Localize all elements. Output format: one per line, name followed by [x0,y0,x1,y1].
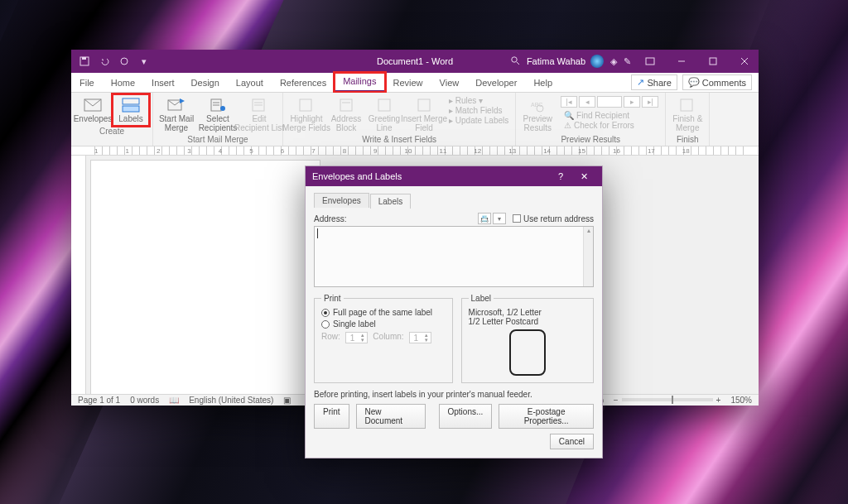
zoom-level[interactable]: 150% [730,396,752,405]
zoom-in-icon[interactable]: + [716,396,721,405]
redo-icon[interactable] [116,53,132,70]
check-errors-button: ⚠ Check for Errors [561,121,658,130]
user-name: Fatima Wahab [527,56,585,66]
rules-button: ▸ Rules ▾ [446,96,512,105]
group-preview-label: Preview Results [519,134,662,146]
insert-merge-icon [414,96,434,114]
undo-icon[interactable] [96,53,113,70]
row-field-label: Row: [321,332,340,343]
svg-point-17 [220,106,225,111]
printer-hint: Before printing, insert labels in your p… [314,390,594,399]
avatar [590,55,604,68]
address-block-button: Address Block [328,94,364,134]
preview-results-button: ABC Preview Results [519,94,556,134]
svg-point-2 [121,58,128,65]
address-dropdown-icon[interactable]: ▾ [493,213,506,224]
tab-references[interactable]: References [272,74,335,92]
zoom-out-icon[interactable]: − [614,396,619,405]
select-recipients-button[interactable]: Select Recipients [198,94,238,134]
cancel-button[interactable]: Cancel [550,434,594,449]
edit-list-icon [249,96,269,114]
labels-button[interactable]: Labels [113,94,149,126]
horizontal-ruler[interactable]: 1123456789101112131415161718 [71,146,759,156]
tab-design[interactable]: Design [183,74,228,92]
svg-point-3 [512,57,517,62]
options-button[interactable]: Options... [439,404,493,429]
radio-single-label[interactable] [321,320,330,329]
print-group-legend: Print [321,294,344,303]
ribbon: Envelopes Labels Create Start Mail Merge… [71,93,759,146]
envelopes-button[interactable]: Envelopes [75,94,111,126]
document-page[interactable] [91,161,320,394]
svg-line-4 [517,62,519,65]
pen-icon[interactable]: ✎ [624,56,631,67]
vertical-ruler[interactable] [71,156,86,394]
dialog-tab-envelopes[interactable]: Envelopes [314,193,369,208]
status-page[interactable]: Page 1 of 1 [78,396,120,405]
tab-file[interactable]: File [71,74,103,92]
address-block-icon [336,96,356,114]
print-button[interactable]: Print [314,404,349,429]
print-group: Print Full page of the same label Single… [314,294,453,383]
svg-rect-21 [300,99,311,111]
label-group[interactable]: Label Microsoft, 1/2 Letter 1/2 Letter P… [461,294,594,383]
minimize-button[interactable] [669,50,694,73]
save-icon[interactable] [76,53,93,70]
dialog-tab-labels[interactable]: Labels [370,194,411,209]
diamond-icon[interactable]: ◈ [610,56,617,67]
start-mail-merge-button[interactable]: Start Mail Merge [157,94,196,134]
maximize-button[interactable] [701,50,725,73]
label-product-text: 1/2 Letter Postcard [469,317,586,326]
tab-home[interactable]: Home [103,74,143,92]
new-document-button[interactable]: New Document [356,404,426,429]
spellcheck-icon[interactable]: 📖 [169,396,179,405]
svg-rect-11 [123,98,139,104]
dialog-close-button[interactable]: ✕ [572,171,595,182]
tab-help[interactable]: Help [525,74,561,92]
epostage-button[interactable]: E-postage Properties... [499,404,594,429]
tab-view[interactable]: View [431,74,468,92]
highlight-icon [296,96,316,114]
ribbon-display-button[interactable] [638,50,662,73]
status-words[interactable]: 0 words [130,396,159,405]
zoom-slider[interactable]: − + [614,396,721,405]
window-title: Document1 - Word [377,56,453,66]
label-group-legend: Label [469,294,494,303]
preview-nav: |◂ ◂ ▸ ▸| 🔍 Find Recipient ⚠ Check for E… [557,94,662,134]
dialog-titlebar: Envelopes and Labels ? ✕ [306,166,602,186]
address-textarea[interactable]: ▴ [314,226,594,287]
radio-full-page[interactable] [321,309,330,317]
label-vendor-text: Microsoft, 1/2 Letter [469,308,586,317]
search-icon[interactable] [510,55,520,67]
close-button[interactable] [732,50,757,73]
tab-insert[interactable]: Insert [143,74,183,92]
tab-developer[interactable]: Developer [467,74,525,92]
dialog-title: Envelopes and Labels [312,171,402,181]
mail-merge-icon [166,96,186,114]
ribbon-tabs: File Home Insert Design Layout Reference… [71,73,759,93]
use-return-checkbox[interactable] [513,214,521,223]
radio-full-page-label: Full page of the same label [333,308,432,317]
comments-button[interactable]: 💬Comments [682,74,752,90]
tab-review[interactable]: Review [385,74,431,92]
radio-single-label-text: Single label [333,319,376,329]
macro-icon[interactable]: ▣ [283,396,291,405]
insert-merge-field-button: Insert Merge Field [404,94,444,134]
label-preview-icon [509,329,546,376]
status-language[interactable]: English (United States) [189,396,273,405]
tab-mailings[interactable]: Mailings [335,73,384,92]
preview-icon: ABC [528,96,547,114]
envelope-icon [83,96,103,114]
column-field-label: Column: [373,332,403,343]
textarea-scrollbar[interactable]: ▴ [583,227,593,286]
svg-rect-22 [340,99,352,111]
group-finish-label: Finish [669,134,706,146]
group-create-label: Create [75,126,149,137]
tab-layout[interactable]: Layout [228,74,272,92]
qat-dropdown-icon[interactable]: ▾ [136,53,152,70]
dialog-help-button[interactable]: ? [549,171,572,181]
share-button[interactable]: ↗Share [631,74,677,90]
greeting-line-button: Greeting Line [366,94,402,134]
user-account[interactable]: Fatima Wahab [527,55,604,68]
address-book-icon[interactable]: 📇 [478,213,491,224]
